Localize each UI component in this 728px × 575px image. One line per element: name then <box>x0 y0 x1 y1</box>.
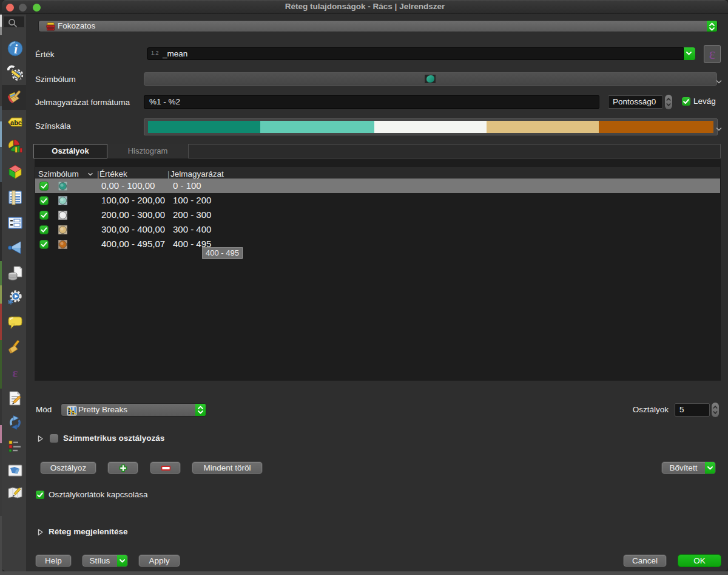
svg-text:i: i <box>14 41 18 56</box>
svg-text:abc: abc <box>10 119 22 126</box>
svg-text:ε: ε <box>13 366 18 380</box>
